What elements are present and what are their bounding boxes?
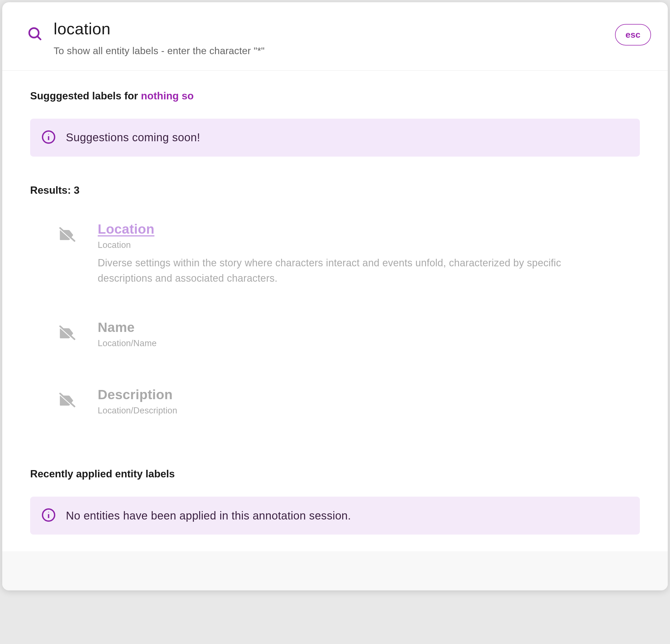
search-text-block: To show all entity labels - enter the ch… (54, 19, 604, 56)
result-description: Diverse settings within the story where … (98, 255, 572, 286)
suggestions-banner-text: Suggestions coming soon! (66, 131, 200, 144)
entity-search-modal: To show all entity labels - enter the ch… (2, 2, 668, 590)
result-item[interactable]: Name Location/Name (58, 320, 640, 353)
suggestions-banner: Suggestions coming soon! (30, 119, 640, 157)
result-body: Name Location/Name (98, 320, 640, 353)
label-off-icon (58, 392, 75, 410)
result-item[interactable]: Description Location/Description (58, 387, 640, 421)
result-title: Location (98, 222, 640, 237)
search-hint: To show all entity labels - enter the ch… (54, 45, 604, 56)
recent-heading: Recently applied entity labels (30, 468, 640, 480)
modal-body: Sugggested labels for nothing so Suggest… (2, 71, 668, 552)
result-body: Description Location/Description (98, 387, 640, 421)
result-item[interactable]: Location Location Diverse settings withi… (58, 222, 640, 286)
suggested-highlight: nothing so (141, 90, 194, 102)
recent-banner-text: No entities have been applied in this an… (66, 509, 351, 522)
esc-button[interactable]: esc (615, 24, 651, 45)
search-icon (27, 26, 42, 42)
label-off-icon (58, 325, 75, 343)
info-icon (41, 508, 56, 523)
results-count: Results: 3 (30, 185, 640, 196)
search-header: To show all entity labels - enter the ch… (2, 2, 668, 71)
search-input[interactable] (54, 19, 604, 39)
result-title: Description (98, 387, 640, 402)
svg-point-13 (48, 512, 49, 512)
result-title: Name (98, 320, 640, 335)
label-off-icon (58, 226, 75, 245)
suggested-prefix: Sugggested labels for (30, 90, 141, 102)
svg-line-1 (37, 36, 40, 39)
recent-banner: No entities have been applied in this an… (30, 497, 640, 535)
result-path: Location/Name (98, 338, 640, 348)
info-icon (41, 130, 56, 145)
result-path: Location/Description (98, 406, 640, 416)
result-body: Location Location Diverse settings withi… (98, 222, 640, 286)
result-list: Location Location Diverse settings withi… (30, 222, 640, 421)
result-path: Location (98, 240, 640, 250)
svg-point-4 (48, 134, 49, 135)
footer-space (2, 551, 668, 590)
suggested-labels-heading: Sugggested labels for nothing so (30, 90, 640, 102)
